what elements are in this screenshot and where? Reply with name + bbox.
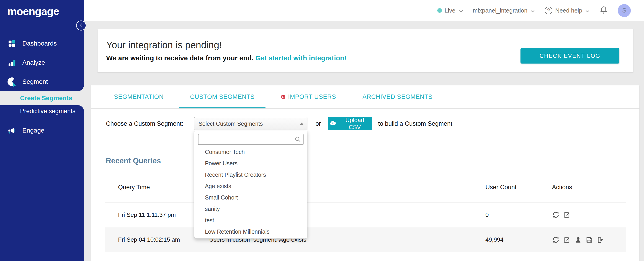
edit-icon[interactable] bbox=[563, 236, 571, 244]
custom-segment-dropdown: Consumer Tech Power Users Recent Playlis… bbox=[194, 131, 308, 239]
sidebar-item-label: Engage bbox=[22, 127, 44, 134]
banner-subtitle-text: We are waiting to receive data from your… bbox=[106, 54, 254, 62]
user-icon[interactable] bbox=[574, 236, 582, 244]
search-icon bbox=[294, 136, 301, 144]
sidebar-item-create-segments[interactable]: Create Segments bbox=[9, 91, 84, 105]
dropdown-option[interactable]: sanity bbox=[194, 203, 307, 215]
user-count-cell: 49,994 bbox=[486, 236, 552, 243]
custom-segment-select-wrap: Select Custom Segments Consumer Tech Pow… bbox=[194, 117, 308, 130]
tab-segmentation[interactable]: SEGMENTATION bbox=[103, 85, 174, 108]
tab-label: CUSTOM SEGMENTS bbox=[190, 93, 254, 100]
dropdown-search bbox=[198, 134, 304, 145]
user-avatar[interactable]: S bbox=[618, 4, 631, 17]
environment-label: Live bbox=[444, 7, 456, 14]
sidebar-bottom-block: Predictive segments Engage bbox=[0, 105, 84, 261]
engage-megaphone-icon bbox=[7, 126, 16, 135]
dropdown-option[interactable]: Small Cohort bbox=[194, 192, 307, 203]
sidebar-item-label: Dashboards bbox=[22, 40, 57, 47]
sidebar-top-block: moengage Dashboards Analyze Segme bbox=[0, 0, 84, 91]
environment-selector[interactable]: Live bbox=[437, 7, 463, 14]
chevron-down-icon bbox=[459, 7, 463, 14]
select-value: Select Custom Segments bbox=[198, 120, 263, 127]
picker-suffix-text: to build a Custom Segment bbox=[378, 120, 452, 127]
save-icon[interactable] bbox=[586, 236, 593, 244]
column-header-actions: Actions bbox=[552, 184, 626, 191]
segments-card: SEGMENTATION CUSTOM SEGMENTS IMPORT USER… bbox=[91, 85, 640, 261]
custom-segment-picker-row: Choose a Custom Segment: Select Custom S… bbox=[91, 117, 640, 130]
project-name: mixpanel_integration bbox=[473, 7, 528, 14]
table-row: Fri Sep 04 10:02:15 am Users in custom s… bbox=[105, 227, 626, 252]
sidebar-subitem-label: Create Segments bbox=[20, 94, 72, 102]
tab-custom-segments[interactable]: CUSTOM SEGMENTS bbox=[179, 85, 266, 108]
segments-tabs: SEGMENTATION CUSTOM SEGMENTS IMPORT USER… bbox=[91, 85, 640, 109]
triangle-up-icon bbox=[300, 123, 304, 125]
need-help-label: Need help bbox=[555, 7, 582, 14]
tab-archived-segments[interactable]: ARCHIVED SEGMENTS bbox=[352, 85, 444, 108]
get-started-link[interactable]: Get started with integration! bbox=[256, 54, 346, 62]
dropdown-option[interactable]: Low Retention Millennials bbox=[194, 226, 307, 237]
integration-pending-banner: Your integration is pending! We are wait… bbox=[98, 29, 633, 72]
recent-queries-heading: Recent Queries bbox=[91, 156, 640, 165]
sidebar-collapse-button[interactable] bbox=[76, 20, 86, 30]
actions-cell bbox=[552, 236, 626, 244]
recent-queries-table: Query Time User Count Actions Fri Sep 11… bbox=[105, 172, 626, 252]
sidebar: moengage Dashboards Analyze Segme bbox=[0, 0, 84, 261]
dropdown-option[interactable]: Recent Playlist Creators bbox=[194, 169, 307, 180]
chevron-left-icon bbox=[80, 23, 83, 28]
tab-label: ARCHIVED SEGMENTS bbox=[362, 93, 432, 100]
dashboards-grid-icon bbox=[7, 39, 16, 48]
dropdown-option[interactable]: Age exists bbox=[194, 180, 307, 192]
tab-import-users[interactable]: IMPORT USERS bbox=[270, 85, 347, 108]
dropdown-search-input[interactable] bbox=[198, 134, 304, 145]
picker-label: Choose a Custom Segment: bbox=[106, 120, 183, 127]
bell-icon bbox=[600, 6, 608, 15]
edit-icon[interactable] bbox=[563, 211, 571, 219]
sidebar-subitem-label: Predictive segments bbox=[20, 108, 76, 115]
column-header-query-time: Query Time bbox=[105, 184, 209, 191]
segment-pie-icon bbox=[7, 77, 16, 86]
tab-label: IMPORT USERS bbox=[288, 93, 336, 100]
dropdown-option[interactable]: test bbox=[194, 215, 307, 226]
sidebar-item-segment[interactable]: Segment bbox=[0, 75, 84, 89]
or-text: or bbox=[316, 120, 321, 127]
upload-csv-button[interactable]: Upload CSV bbox=[328, 117, 372, 130]
check-event-log-button[interactable]: CHECK EVENT LOG bbox=[520, 48, 620, 63]
dropdown-option[interactable]: Power Users bbox=[194, 158, 307, 169]
table-header-row: Query Time User Count Actions bbox=[105, 172, 626, 203]
refresh-icon[interactable] bbox=[552, 236, 560, 244]
question-mark-icon: ? bbox=[545, 6, 552, 14]
actions-cell bbox=[552, 211, 626, 219]
custom-segment-select[interactable]: Select Custom Segments bbox=[194, 117, 308, 130]
refresh-icon[interactable] bbox=[552, 211, 560, 219]
sidebar-item-label: Analyze bbox=[22, 59, 45, 66]
export-icon[interactable] bbox=[596, 236, 604, 244]
project-selector[interactable]: mixpanel_integration bbox=[473, 7, 535, 14]
upload-csv-label: Upload CSV bbox=[339, 117, 371, 131]
column-header-user-count: User Count bbox=[486, 184, 552, 191]
query-time-cell: Fri Sep 11 1:11:37 pm bbox=[105, 211, 209, 218]
sidebar-item-predictive-segments[interactable]: Predictive segments bbox=[0, 105, 84, 117]
chevron-down-icon bbox=[586, 7, 590, 14]
query-time-cell: Fri Sep 04 10:02:15 am bbox=[105, 236, 209, 243]
cloud-upload-icon bbox=[330, 120, 336, 127]
need-help-menu[interactable]: ? Need help bbox=[545, 6, 590, 14]
sidebar-item-engage[interactable]: Engage bbox=[0, 123, 84, 138]
chevron-down-icon bbox=[530, 7, 534, 14]
tab-label: SEGMENTATION bbox=[114, 93, 164, 100]
sidebar-item-label: Segment bbox=[22, 78, 48, 85]
top-header: Live mixpanel_integration ? Need help S bbox=[84, 0, 644, 21]
analyze-bars-icon bbox=[7, 58, 16, 67]
moengage-app: Live mixpanel_integration ? Need help S bbox=[0, 0, 644, 261]
notifications-button[interactable] bbox=[600, 6, 608, 15]
user-count-cell: 0 bbox=[486, 211, 552, 218]
live-status-dot-icon bbox=[437, 8, 442, 13]
avatar-initial: S bbox=[622, 7, 626, 14]
import-users-dot-icon bbox=[281, 95, 285, 99]
dropdown-option[interactable]: Consumer Tech bbox=[194, 146, 307, 158]
sidebar-item-dashboards[interactable]: Dashboards bbox=[0, 36, 84, 50]
table-row: Fri Sep 11 1:11:37 pm 0 bbox=[105, 203, 626, 227]
moengage-logo[interactable]: moengage bbox=[7, 5, 59, 17]
sidebar-item-analyze[interactable]: Analyze bbox=[0, 55, 84, 70]
